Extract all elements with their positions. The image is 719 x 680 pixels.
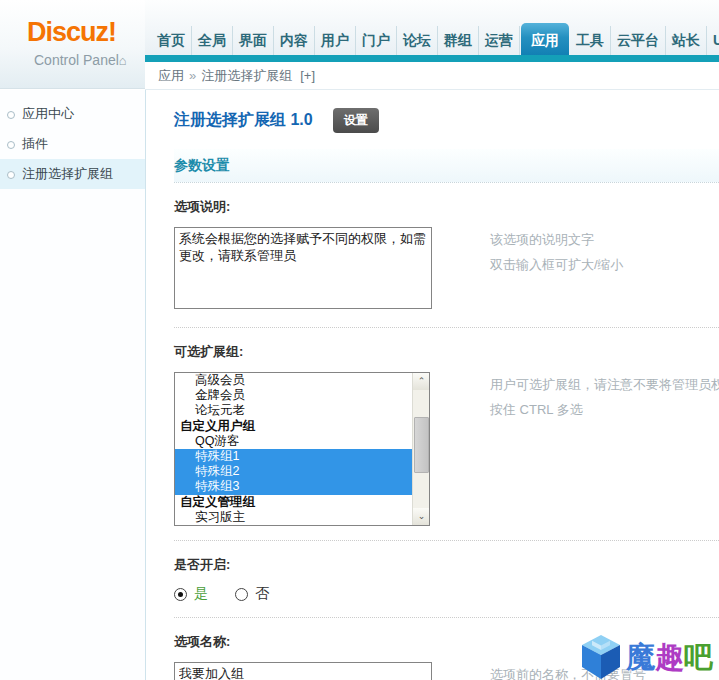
nav-tab[interactable]: 群组 — [438, 26, 479, 55]
nav-tab[interactable]: 首页 — [151, 26, 192, 55]
nav-underline-bar — [145, 55, 719, 62]
breadcrumb-separator: » — [189, 68, 196, 83]
radio-option-no[interactable]: 否 — [235, 585, 269, 603]
page-title: 注册选择扩展组 1.0 — [174, 110, 313, 131]
field-description: 选项说明: 系统会根据您的选择赋予不同的权限，如需更改，请联系管理员 该选项的说… — [174, 198, 719, 328]
groups-help: 用户可选扩展组，请注意不要将管理员权限 按住 CTRL 多选 — [490, 372, 719, 422]
home-icon: ⌂ — [119, 53, 127, 68]
section-header: 参数设置 — [174, 149, 719, 183]
breadcrumb-page: 注册选择扩展组 — [201, 68, 292, 83]
field-groups: 可选扩展组: 高级会员 金牌会员 论坛元老 自 — [174, 343, 719, 541]
listbox-option[interactable]: 实习版主 — [175, 510, 412, 525]
sidebar-item[interactable]: 插件 — [0, 129, 145, 159]
breadcrumb: 应用»注册选择扩展组[+] — [145, 62, 719, 90]
listbox-scrollbar[interactable]: ⌃ ⌄ — [412, 373, 429, 525]
enabled-radio-group: 是 否 — [174, 585, 719, 603]
listbox-option[interactable]: 自定义用户组 — [175, 419, 412, 434]
groups-listbox[interactable]: 高级会员 金牌会员 论坛元老 自定义用户组 QQ游客 特殊组1 — [174, 372, 430, 526]
enabled-label: 是否开启: — [174, 556, 719, 574]
listbox-option[interactable]: 特殊组1 — [175, 449, 412, 464]
watermark-text: 魔趣吧 — [626, 634, 713, 680]
logo-area: Discuz! Control Panel⌂ — [0, 0, 145, 89]
discuz-logo: Discuz! — [27, 17, 145, 47]
groups-options: 高级会员 金牌会员 论坛元老 自定义用户组 QQ游客 特殊组1 — [175, 373, 412, 525]
nav-tab[interactable]: 论坛 — [397, 26, 438, 55]
listbox-option[interactable]: 高级会员 — [175, 373, 412, 388]
description-textarea[interactable]: 系统会根据您的选择赋予不同的权限，如需更改，请联系管理员 — [174, 227, 432, 309]
nav-tab[interactable]: 门户 — [356, 26, 397, 55]
radio-no-label: 否 — [255, 585, 269, 603]
description-label: 选项说明: — [174, 198, 719, 216]
nav-tab[interactable]: 内容 — [274, 26, 315, 55]
field-enabled: 是否开启: 是 否 — [174, 556, 719, 618]
control-panel-label: Control Panel⌂ — [34, 52, 145, 68]
description-help: 该选项的说明文字 双击输入框可扩大/缩小 — [490, 227, 624, 277]
nav-tab[interactable]: 用户 — [315, 26, 356, 55]
nav-tab[interactable]: 应用 — [521, 23, 569, 55]
sidebar: 应用中心 插件 注册选择扩展组 — [0, 90, 145, 680]
radio-option-yes[interactable]: 是 — [174, 585, 208, 603]
top-navigation: 首页 全局 界面 内容 用户 门户 论坛 群组 运营 应用 工具 云平 — [145, 0, 719, 62]
radio-yes-icon[interactable] — [174, 588, 187, 601]
radio-no-icon[interactable] — [235, 588, 248, 601]
nav-tab[interactable]: 工具 — [570, 26, 611, 55]
nav-tab[interactable]: 运营 — [479, 26, 520, 55]
settings-button[interactable]: 设置 — [333, 108, 379, 133]
radio-yes-label: 是 — [194, 585, 208, 603]
scrollbar-down-icon[interactable]: ⌄ — [413, 508, 430, 525]
main-content: 注册选择扩展组 1.0 设置 参数设置 选项说明: 系统会根据您的选择赋予不同的… — [145, 90, 719, 680]
watermark: 魔趣吧 — [581, 634, 713, 680]
scrollbar-thumb[interactable] — [414, 417, 429, 473]
nav-tabs: 首页 全局 界面 内容 用户 门户 论坛 群组 运营 应用 工具 云平 — [151, 23, 719, 55]
sidebar-item[interactable]: 注册选择扩展组 — [0, 159, 145, 189]
option-name-input[interactable] — [174, 662, 432, 680]
cube-logo-icon — [581, 634, 621, 680]
discuz-admin-page: Discuz! Control Panel⌂ 首页 全局 界面 内容 用户 门户… — [0, 0, 719, 680]
groups-label: 可选扩展组: — [174, 343, 719, 361]
nav-tab[interactable]: 全局 — [192, 26, 233, 55]
breadcrumb-section[interactable]: 应用 — [158, 68, 184, 83]
listbox-option[interactable]: 特殊组3 — [175, 479, 412, 494]
listbox-option[interactable]: 论坛元老 — [175, 403, 412, 418]
sidebar-item[interactable]: 应用中心 — [0, 99, 145, 129]
scrollbar-up-icon[interactable]: ⌃ — [413, 373, 430, 390]
breadcrumb-expand-link[interactable]: [+] — [300, 68, 315, 83]
plugin-title-row: 注册选择扩展组 1.0 设置 — [174, 105, 719, 136]
nav-tab[interactable]: 界面 — [233, 26, 274, 55]
listbox-option[interactable]: 自定义管理组 — [175, 495, 412, 510]
nav-tab[interactable]: 站长 — [666, 26, 707, 55]
listbox-option[interactable]: 金牌会员 — [175, 388, 412, 403]
nav-tab[interactable]: UCenter — [707, 26, 719, 55]
listbox-option[interactable]: 特殊组2 — [175, 464, 412, 479]
nav-tab[interactable]: 云平台 — [611, 26, 666, 55]
listbox-option[interactable]: QQ游客 — [175, 434, 412, 449]
